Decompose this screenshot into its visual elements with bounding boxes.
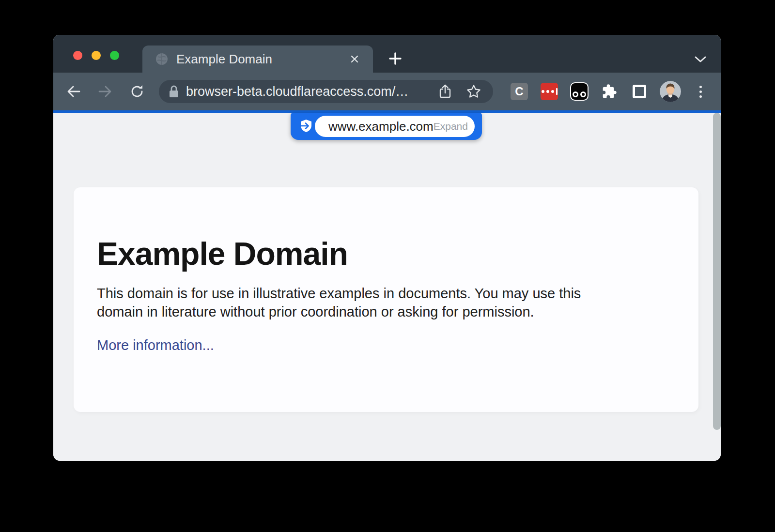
close-window-button[interactable] xyxy=(73,51,82,60)
page-title: Example Domain xyxy=(97,238,675,270)
side-panel-button[interactable] xyxy=(633,85,646,98)
expand-button[interactable]: Expand xyxy=(434,121,468,132)
page-paragraph: This domain is for use in illustrative e… xyxy=(97,284,659,321)
tab-strip: Example Domain xyxy=(53,35,721,73)
star-icon xyxy=(466,84,481,99)
avatar-photo-icon xyxy=(660,81,681,102)
isolation-banner: www.example.com Expand xyxy=(291,113,482,140)
extension-c-button[interactable]: C xyxy=(511,83,528,100)
extension-dark-goggles-button[interactable] xyxy=(570,82,589,101)
lastpass-dots-icon xyxy=(542,90,544,93)
minimize-window-button[interactable] xyxy=(92,51,101,60)
new-tab-button[interactable] xyxy=(388,51,403,66)
example-domain-card: Example Domain This domain is for use in… xyxy=(74,187,698,412)
bookmark-star-button[interactable] xyxy=(466,84,481,99)
forward-arrow-icon xyxy=(97,84,113,99)
page-content: www.example.com Expand Example Domain Th… xyxy=(53,113,721,461)
plus-icon xyxy=(388,51,403,66)
more-information-link[interactable]: More information... xyxy=(97,337,214,353)
isolated-hostname: www.example.com xyxy=(328,119,434,134)
url-bar[interactable]: browser-beta.cloudflareaccess.com/… xyxy=(159,80,493,103)
toolbar: browser-beta.cloudflareaccess.com/… C xyxy=(53,73,721,110)
puzzle-piece-icon xyxy=(602,84,617,99)
chevron-down-icon xyxy=(694,55,707,64)
active-tab[interactable]: Example Domain xyxy=(142,46,373,73)
shield-arrow-icon xyxy=(298,119,314,134)
tab-title: Example Domain xyxy=(176,52,272,67)
window-controls xyxy=(73,51,119,60)
extension-c-label: C xyxy=(515,85,523,98)
extension-lastpass-button[interactable] xyxy=(541,83,558,100)
browser-window: Example Domain xyxy=(53,35,721,461)
isolated-hostname-field[interactable]: www.example.com Expand xyxy=(315,116,475,137)
chrome-menu-button[interactable] xyxy=(695,83,706,100)
share-button[interactable] xyxy=(438,84,452,99)
reload-button[interactable] xyxy=(129,84,145,99)
lock-icon[interactable] xyxy=(169,85,179,98)
back-arrow-icon xyxy=(66,84,81,99)
close-icon xyxy=(350,54,359,64)
extensions-menu-button[interactable] xyxy=(601,83,618,100)
tab-search-button[interactable] xyxy=(693,53,708,66)
share-icon xyxy=(438,84,452,99)
zoom-window-button[interactable] xyxy=(110,51,119,60)
globe-favicon-icon xyxy=(155,52,169,66)
kebab-menu-icon xyxy=(699,86,702,88)
tab-close-button[interactable] xyxy=(349,53,360,65)
forward-button[interactable] xyxy=(97,84,113,99)
goggles-icon xyxy=(573,91,578,97)
vertical-scrollbar-thumb[interactable] xyxy=(713,113,721,430)
reload-icon xyxy=(129,84,145,99)
back-button[interactable] xyxy=(66,84,81,99)
url-text: browser-beta.cloudflareaccess.com/… xyxy=(186,84,438,99)
profile-avatar[interactable] xyxy=(660,81,681,102)
